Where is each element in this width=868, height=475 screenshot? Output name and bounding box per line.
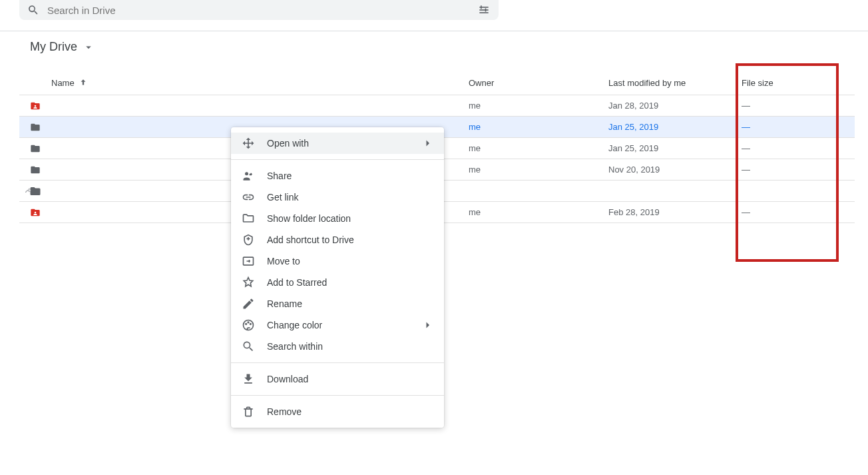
menu-open-with[interactable]: Open with (231, 133, 444, 154)
menu-label: Open with (267, 138, 309, 149)
tune-icon[interactable] (477, 3, 491, 17)
row-icon (19, 207, 51, 218)
chevron-right-icon (421, 319, 433, 331)
menu-share[interactable]: Share (231, 165, 444, 187)
row-icon (19, 101, 51, 111)
col-name-label: Name (51, 78, 75, 88)
chevron-right-icon (421, 137, 433, 149)
svg-point-13 (250, 324, 252, 325)
row-owner: me (469, 165, 608, 175)
search-icon (27, 4, 39, 16)
row-owner: me (469, 101, 608, 111)
menu-remove[interactable]: Remove (231, 401, 444, 422)
row-size: — (742, 207, 855, 217)
row-owner: me (469, 207, 608, 217)
row-date: Jan 28, 2019 (608, 101, 742, 111)
svg-point-8 (245, 172, 248, 175)
arrow-up-icon (79, 78, 88, 87)
menu-separator (231, 395, 444, 396)
row-date: Jan 25, 2019 (608, 122, 742, 132)
row-size: — (742, 101, 855, 111)
menu-label: Add to Starred (267, 277, 327, 288)
menu-search-within[interactable]: Search within (231, 336, 444, 357)
folder-icon (242, 212, 255, 225)
col-modified[interactable]: Last modified by me (608, 78, 742, 88)
menu-add-starred[interactable]: Add to Starred (231, 272, 444, 293)
table-row[interactable]: meJan 28, 2019— (19, 95, 855, 117)
row-date: Nov 20, 2019 (608, 165, 742, 175)
row-size: — (742, 165, 855, 175)
shortcut-icon (242, 233, 255, 246)
link-icon (242, 191, 255, 204)
row-size: — (742, 143, 855, 153)
menu-label: Remove (267, 406, 302, 417)
row-owner: me (469, 143, 608, 153)
topbar-divider (0, 31, 868, 31)
svg-rect-3 (481, 5, 482, 9)
menu-label: Get link (267, 192, 298, 203)
rename-icon (242, 297, 255, 310)
row-icon (19, 165, 51, 175)
row-date: Feb 28, 2019 (608, 207, 742, 217)
svg-point-11 (246, 324, 247, 325)
breadcrumb[interactable]: My Drive (30, 40, 95, 54)
share-icon (242, 169, 255, 183)
search-icon (242, 340, 255, 353)
svg-point-6 (35, 105, 37, 107)
menu-separator (231, 159, 444, 160)
download-icon (242, 372, 255, 386)
col-name[interactable]: Name (51, 78, 469, 88)
row-owner: me (469, 122, 608, 132)
move-icon (242, 254, 255, 268)
row-icon (19, 143, 51, 154)
menu-label: Add shortcut to Drive (267, 235, 354, 245)
row-date: Jan 25, 2019 (608, 143, 742, 153)
menu-get-link[interactable]: Get link (231, 187, 444, 208)
row-icon (19, 185, 51, 197)
menu-label: Share (267, 171, 292, 181)
menu-separator (231, 362, 444, 363)
col-owner[interactable]: Owner (469, 78, 608, 88)
search-bar[interactable] (19, 0, 499, 20)
open-with-icon (242, 137, 255, 150)
menu-change-color[interactable]: Change color (231, 314, 444, 336)
caret-down-icon (83, 41, 95, 53)
breadcrumb-title: My Drive (30, 40, 77, 54)
menu-rename[interactable]: Rename (231, 293, 444, 314)
row-icon (19, 122, 51, 133)
table-header: Name Owner Last modified by me File size (19, 71, 855, 95)
menu-download[interactable]: Download (231, 368, 444, 390)
menu-move-to[interactable]: Move to (231, 250, 444, 272)
menu-label: Download (267, 374, 308, 384)
svg-rect-1 (479, 9, 488, 11)
menu-label: Rename (267, 298, 302, 309)
svg-point-7 (35, 211, 37, 213)
palette-icon (242, 318, 255, 332)
svg-rect-4 (485, 9, 487, 12)
menu-label: Search within (267, 341, 323, 352)
row-size: — (742, 122, 855, 132)
col-size[interactable]: File size (742, 78, 855, 88)
menu-label: Move to (267, 256, 300, 266)
menu-show-folder[interactable]: Show folder location (231, 208, 444, 229)
context-menu: Open with Share Get link Show folder loc… (231, 127, 444, 428)
menu-label: Change color (267, 320, 322, 330)
search-input[interactable] (47, 5, 477, 16)
svg-point-12 (248, 322, 249, 323)
trash-icon (242, 405, 255, 418)
menu-label: Show folder location (267, 213, 351, 224)
menu-add-shortcut[interactable]: Add shortcut to Drive (231, 229, 444, 250)
star-icon (242, 276, 255, 289)
